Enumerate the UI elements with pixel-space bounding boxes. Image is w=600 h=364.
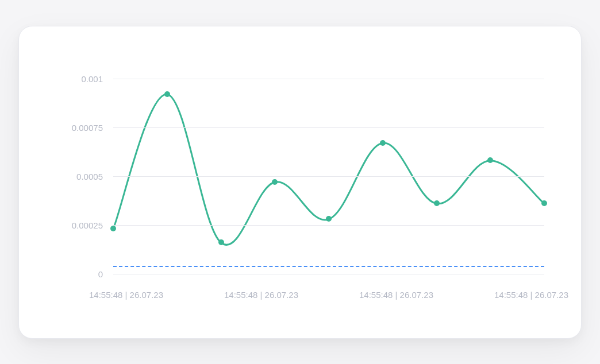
x-tick-label: 14:55:48 | 26.07.23 — [359, 290, 433, 300]
data-point — [110, 226, 116, 231]
data-point — [326, 216, 332, 222]
gridline — [113, 79, 544, 79]
data-point — [487, 157, 493, 163]
data-point — [541, 200, 547, 206]
x-tick-label: 14:55:48 | 26.07.23 — [494, 290, 568, 300]
chart-container: 00.000250.00050.000750.001 14:55:48 | 26… — [44, 47, 556, 320]
chart-card: 00.000250.00050.000750.001 14:55:48 | 26… — [18, 26, 582, 339]
y-tick-label: 0 — [98, 269, 103, 278]
data-point — [164, 91, 170, 97]
gridline — [113, 176, 544, 177]
data-point — [380, 140, 386, 146]
x-tick-label: 14:55:48 | 26.07.23 — [89, 290, 163, 300]
x-tick-label: 14:55:48 | 26.07.23 — [224, 290, 298, 300]
y-tick-label: 0.00075 — [72, 122, 103, 132]
x-axis-labels: 14:55:48 | 26.07.2314:55:48 | 26.07.2314… — [113, 290, 544, 304]
plot-area: 00.000250.00050.000750.001 — [113, 79, 544, 274]
y-tick-label: 0.001 — [81, 73, 103, 83]
gridline — [113, 225, 544, 226]
gridline — [113, 127, 544, 128]
data-point — [272, 179, 278, 185]
data-point — [218, 239, 224, 245]
y-tick-label: 0.00025 — [72, 220, 103, 230]
data-point — [434, 200, 440, 206]
y-tick-label: 0.0005 — [76, 171, 103, 181]
gridline — [113, 274, 544, 274]
